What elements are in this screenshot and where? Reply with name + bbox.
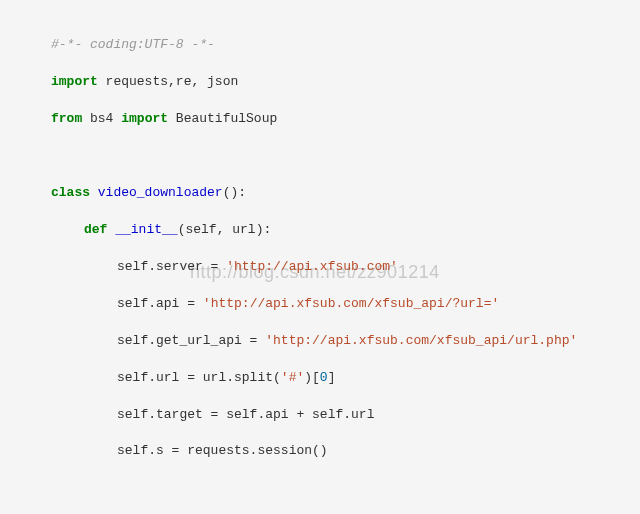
assign-geturl: self.get_url_api = (117, 333, 265, 348)
comment-coding: #-*- coding:UTF-8 -*- (51, 37, 215, 52)
import-modules: requests,re, json (98, 74, 238, 89)
code-block: #-*- coding:UTF-8 -*- import requests,re… (0, 0, 640, 514)
str-hash: '#' (281, 370, 304, 385)
split-end: ] (328, 370, 336, 385)
class-paren: (): (223, 185, 246, 200)
str-geturl: 'http://api.xfsub.com/xfsub_api/url.php' (265, 333, 577, 348)
kw-class: class (51, 185, 90, 200)
assign-url-pre: self.url = url.split( (117, 370, 281, 385)
split-mid: )[ (304, 370, 320, 385)
fn-init: __init__ (107, 222, 177, 237)
class-name: video_downloader (90, 185, 223, 200)
assign-target: self.target = self.api + self.url (117, 407, 374, 422)
from-module: bs4 (82, 111, 121, 126)
assign-api: self.api = (117, 296, 203, 311)
num-zero: 0 (320, 370, 328, 385)
import-name: BeautifulSoup (168, 111, 277, 126)
assign-server: self.server = (117, 259, 226, 274)
kw-from: from (51, 111, 82, 126)
assign-session: self.s = requests.session() (117, 443, 328, 458)
kw-def-init: def (84, 222, 107, 237)
str-api: 'http://api.xfsub.com/xfsub_api/?url=' (203, 296, 499, 311)
init-args: (self, url): (178, 222, 272, 237)
str-server: 'http://api.xfsub.com' (226, 259, 398, 274)
kw-import2: import (121, 111, 168, 126)
kw-import: import (51, 74, 98, 89)
